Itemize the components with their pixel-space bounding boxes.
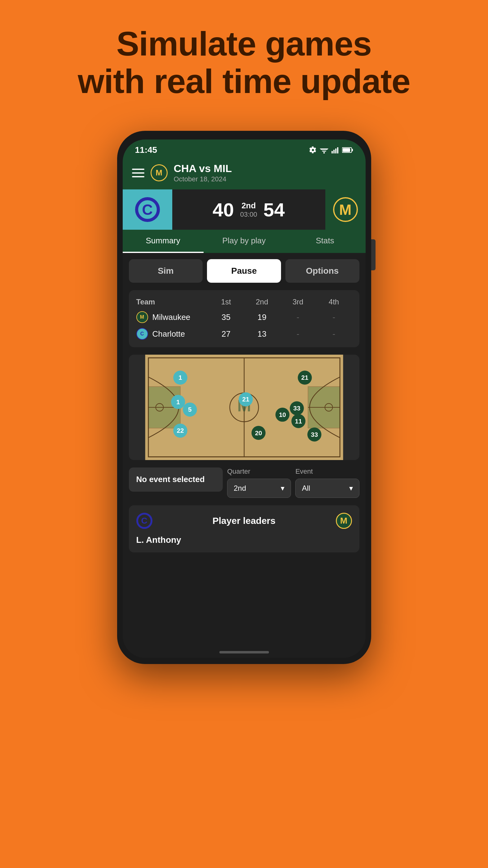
status-bar: 11:45 [123, 140, 366, 158]
no-event-box: No event selected [129, 467, 223, 492]
svg-text:11: 11 [295, 417, 302, 425]
cha-q3: - [280, 329, 316, 339]
event-value: All [302, 484, 310, 493]
sim-button[interactable]: Sim [129, 259, 203, 283]
home-bar [219, 651, 269, 653]
cha-q2: 13 [244, 329, 280, 339]
svg-text:21: 21 [242, 396, 249, 403]
svg-rect-7 [335, 149, 336, 153]
svg-text:1: 1 [176, 398, 180, 405]
phone-mockup: 11:45 [117, 131, 371, 664]
charlotte-logo-leaders: C [136, 513, 153, 529]
mil-q4: - [316, 312, 352, 322]
tab-bar: Summary Play by play Stats [123, 230, 366, 253]
svg-text:33: 33 [293, 405, 300, 412]
home-team-logo: M [325, 189, 366, 230]
milwaukee-logo-leaders: M [336, 513, 352, 529]
charlotte-logo: C [135, 197, 160, 222]
away-team-logo: C [123, 189, 172, 230]
matchup-title: CHA vs MIL [174, 162, 356, 175]
signal-icon [331, 147, 339, 153]
milwaukee-icon-sm: M [136, 311, 148, 323]
menu-button[interactable] [132, 168, 144, 177]
svg-rect-6 [333, 150, 335, 153]
battery-icon [342, 147, 353, 153]
basketball-court: M 1 1 5 22 [129, 354, 359, 460]
milwaukee-logo: M [333, 197, 358, 222]
app-header: M CHA vs MIL October 18, 2024 [123, 158, 366, 189]
table-row: M Milwaukee 35 19 - - [136, 311, 352, 323]
event-selector: No event selected Quarter Event 2nd ▾ [129, 467, 359, 498]
matchup-date: October 18, 2024 [174, 175, 356, 183]
mil-q1: 35 [208, 312, 244, 322]
score-table-header: Team 1st 2nd 3rd 4th [136, 298, 352, 306]
wifi-icon [320, 147, 328, 153]
period-label: 2nd [240, 201, 257, 211]
cha-q4: - [316, 329, 352, 339]
header-text-group: CHA vs MIL October 18, 2024 [174, 162, 356, 183]
svg-text:5: 5 [188, 406, 192, 413]
event-dropdown[interactable]: All ▾ [295, 478, 359, 498]
svg-text:10: 10 [279, 411, 286, 418]
charlotte-icon-sm: C [136, 328, 148, 340]
svg-text:21: 21 [301, 374, 308, 381]
col-header-team: Team [136, 298, 208, 306]
event-chevron-icon: ▾ [349, 484, 353, 493]
hero-title: Simulate games with real time update [78, 25, 410, 100]
charlotte-name: Charlotte [153, 329, 185, 339]
content-area: Sim Pause Options Team 1st 2nd 3rd 4th [123, 253, 366, 647]
pause-button[interactable]: Pause [207, 259, 281, 283]
team-cell-charlotte: C Charlotte [136, 328, 208, 340]
quarter-chevron-icon: ▾ [281, 484, 285, 493]
home-indicator [123, 647, 366, 658]
away-score: 40 [213, 199, 234, 221]
court-svg: M 1 1 5 22 [129, 354, 359, 460]
quarter-value: 2nd [234, 484, 246, 493]
player-leaders-header: C Player leaders M [136, 513, 352, 529]
svg-text:33: 33 [311, 431, 318, 438]
quarter-dropdown[interactable]: 2nd ▾ [227, 478, 291, 498]
col-header-q3: 3rd [280, 298, 316, 306]
phone-power-button [371, 239, 376, 270]
tab-summary[interactable]: Summary [123, 230, 203, 253]
quarter-label: Quarter [227, 467, 291, 475]
event-label: Event [295, 467, 359, 475]
player-name: L. Anthony [136, 535, 352, 545]
player-leaders-section: C Player leaders M L. Anthony [129, 505, 359, 552]
team-cell-milwaukee: M Milwaukee [136, 311, 208, 323]
header-team-logo: M [151, 164, 168, 181]
filter-dropdowns: Quarter Event 2nd ▾ All ▾ [227, 467, 359, 498]
svg-rect-5 [331, 151, 333, 153]
sim-control-buttons: Sim Pause Options [129, 259, 359, 283]
settings-icon [309, 146, 317, 154]
mil-q3: - [280, 312, 316, 322]
mil-q2: 19 [244, 312, 280, 322]
options-button[interactable]: Options [285, 259, 359, 283]
player-leaders-title: Player leaders [153, 516, 336, 526]
milwaukee-name: Milwaukee [153, 312, 191, 322]
col-header-q2: 2nd [244, 298, 280, 306]
game-clock: 03:00 [240, 211, 257, 219]
svg-rect-8 [337, 147, 338, 153]
score-section: C 40 2nd 03:00 54 M [123, 189, 366, 230]
svg-text:20: 20 [255, 429, 262, 436]
cha-q1: 27 [208, 329, 244, 339]
col-header-q1: 1st [208, 298, 244, 306]
period-display: 2nd 03:00 [240, 201, 257, 219]
dropdown-row: 2nd ▾ All ▾ [227, 478, 359, 498]
score-table: Team 1st 2nd 3rd 4th M Milwaukee 35 19 [129, 290, 359, 347]
table-row: C Charlotte 27 13 - - [136, 328, 352, 340]
status-icons [309, 146, 353, 154]
dropdown-labels: Quarter Event [227, 467, 359, 475]
no-event-label: No event selected [136, 474, 216, 485]
svg-rect-11 [343, 148, 350, 152]
tab-stats[interactable]: Stats [285, 230, 365, 253]
phone-shell: 11:45 [117, 131, 371, 664]
phone-screen: 11:45 [123, 140, 366, 658]
svg-text:1: 1 [178, 374, 182, 381]
score-middle: 40 2nd 03:00 54 [172, 189, 325, 230]
tab-play-by-play[interactable]: Play by play [203, 230, 285, 253]
col-header-q4: 4th [316, 298, 352, 306]
home-score: 54 [263, 199, 285, 221]
status-time: 11:45 [135, 145, 157, 155]
